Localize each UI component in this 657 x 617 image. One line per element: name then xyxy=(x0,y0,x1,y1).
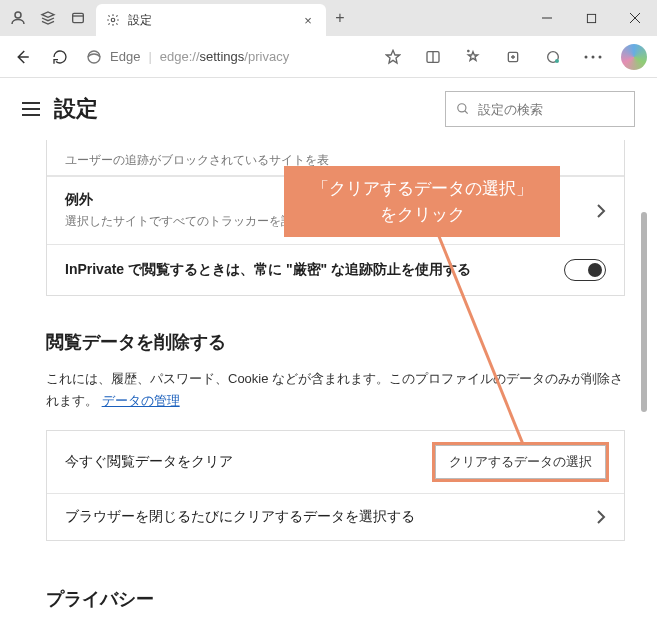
copilot-icon[interactable] xyxy=(621,44,647,70)
active-tab[interactable]: 設定 × xyxy=(96,4,326,36)
svg-point-8 xyxy=(555,59,559,63)
inprivate-strict-label: InPrivate で閲覧するときは、常に "厳密" な追跡防止を使用する xyxy=(65,261,550,279)
instruction-callout: 「クリアするデータの選択」 をクリック xyxy=(284,166,560,237)
chevron-right-icon xyxy=(596,510,606,524)
title-left-icons xyxy=(8,8,96,28)
settings-header: 設定 xyxy=(0,78,657,140)
favorites-icon[interactable] xyxy=(461,45,485,69)
split-screen-icon[interactable] xyxy=(421,45,445,69)
search-input[interactable] xyxy=(478,102,646,117)
collections-icon[interactable] xyxy=(501,45,525,69)
svg-point-0 xyxy=(15,12,21,18)
window-controls xyxy=(525,0,657,36)
minimize-button[interactable] xyxy=(525,0,569,36)
privacy-section-title: プライバシー xyxy=(46,587,625,611)
svg-point-2 xyxy=(111,18,115,22)
clear-now-row: 今すぐ閲覧データをクリア クリアするデータの選択 xyxy=(47,431,624,493)
scrollbar-track[interactable] xyxy=(639,140,647,617)
svg-point-11 xyxy=(599,55,602,58)
close-tab-icon[interactable]: × xyxy=(300,12,316,28)
page-title: 設定 xyxy=(54,94,98,124)
clear-on-close-row[interactable]: ブラウザーを閉じるたびにクリアするデータを選択する xyxy=(47,493,624,540)
window-titlebar: 設定 × + xyxy=(0,0,657,36)
clear-data-section-title: 閲覧データを削除する xyxy=(46,330,625,354)
callout-line2: をクリック xyxy=(300,202,544,228)
svg-point-12 xyxy=(458,104,466,112)
tab-actions-icon[interactable] xyxy=(68,8,88,28)
star-icon[interactable] xyxy=(381,45,405,69)
edge-label: Edge xyxy=(110,49,140,64)
callout-line1: 「クリアするデータの選択」 xyxy=(300,176,544,202)
choose-data-button[interactable]: クリアするデータの選択 xyxy=(435,445,606,479)
clear-on-close-title: ブラウザーを閉じるたびにクリアするデータを選択する xyxy=(65,508,582,526)
search-icon xyxy=(456,102,470,116)
workspaces-icon[interactable] xyxy=(38,8,58,28)
gear-icon xyxy=(106,13,120,27)
settings-search[interactable] xyxy=(445,91,635,127)
address-separator: | xyxy=(148,49,151,64)
extensions-icon[interactable] xyxy=(541,45,565,69)
chevron-right-icon xyxy=(596,204,606,218)
clear-data-card: 今すぐ閲覧データをクリア クリアするデータの選択 ブラウザーを閉じるたびにクリア… xyxy=(46,430,625,541)
inprivate-strict-row: InPrivate で閲覧するときは、常に "厳密" な追跡防止を使用する xyxy=(47,244,624,295)
clear-now-title: 今すぐ閲覧データをクリア xyxy=(65,453,421,471)
scrollbar-thumb[interactable] xyxy=(641,212,647,412)
svg-rect-1 xyxy=(73,13,84,22)
inprivate-strict-toggle[interactable] xyxy=(564,259,606,281)
clear-data-section-desc: これには、履歴、パスワード、Cookie などが含まれます。このプロファイルのデ… xyxy=(46,368,625,412)
more-icon[interactable] xyxy=(581,45,605,69)
address-bar[interactable]: Edge | edge://settings/privacy xyxy=(86,49,289,65)
svg-point-9 xyxy=(585,55,588,58)
tab-title: 設定 xyxy=(128,12,292,29)
toolbar-right xyxy=(381,44,647,70)
profile-icon[interactable] xyxy=(8,8,28,28)
reload-button[interactable] xyxy=(48,45,72,69)
manage-data-link[interactable]: データの管理 xyxy=(102,393,180,408)
url-text: edge://settings/privacy xyxy=(160,49,289,64)
hamburger-icon[interactable] xyxy=(22,102,40,116)
back-button[interactable] xyxy=(10,45,34,69)
maximize-button[interactable] xyxy=(569,0,613,36)
browser-toolbar: Edge | edge://settings/privacy xyxy=(0,36,657,78)
close-window-button[interactable] xyxy=(613,0,657,36)
edge-logo-icon xyxy=(86,49,102,65)
svg-rect-3 xyxy=(587,14,595,22)
new-tab-button[interactable]: + xyxy=(326,9,354,27)
svg-point-4 xyxy=(88,51,100,63)
svg-point-10 xyxy=(592,55,595,58)
